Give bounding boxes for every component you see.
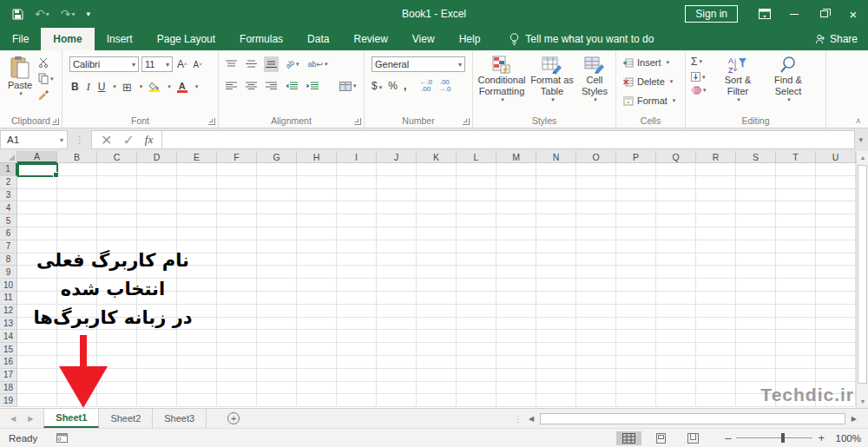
cell-N2[interactable] <box>536 176 576 189</box>
cell-M10[interactable] <box>496 279 536 292</box>
number-format-select[interactable]: General ▾ <box>372 56 465 72</box>
column-header-S[interactable]: S <box>736 151 776 163</box>
cell-S10[interactable] <box>736 279 776 292</box>
cell-B1[interactable] <box>57 163 97 176</box>
cell-S16[interactable] <box>736 356 776 369</box>
cell-Q1[interactable] <box>656 163 696 176</box>
cell-N15[interactable] <box>536 343 576 356</box>
cell-Q16[interactable] <box>656 356 696 369</box>
collapse-ribbon-icon[interactable]: ∧ <box>855 116 861 125</box>
cell-R13[interactable] <box>696 318 736 331</box>
tab-page-layout[interactable]: Page Layout <box>145 28 227 50</box>
cell-C12[interactable] <box>97 305 137 318</box>
name-box[interactable]: A1 ▾ <box>0 130 68 149</box>
cell-N5[interactable] <box>536 214 576 227</box>
align-left-button[interactable] <box>224 78 239 94</box>
cell-K7[interactable] <box>417 240 457 253</box>
cell-S11[interactable] <box>736 292 776 305</box>
bold-button[interactable]: B <box>69 79 81 95</box>
cell-Q7[interactable] <box>656 240 696 253</box>
cell-C5[interactable] <box>97 214 137 227</box>
cell-H15[interactable] <box>297 343 337 356</box>
row-header-12[interactable]: 12 <box>0 305 17 318</box>
cell-B3[interactable] <box>57 189 97 202</box>
tab-home[interactable]: Home <box>41 28 94 50</box>
cell-I18[interactable] <box>337 382 377 395</box>
cell-P13[interactable] <box>616 318 656 331</box>
horizontal-scroll-thumb[interactable] <box>540 413 845 424</box>
cell-F4[interactable] <box>217 201 257 214</box>
cell-I8[interactable] <box>337 253 377 266</box>
cell-O12[interactable] <box>576 305 616 318</box>
cell-L11[interactable] <box>457 292 496 305</box>
cell-F16[interactable] <box>217 356 257 369</box>
cell-N11[interactable] <box>536 292 576 305</box>
cell-K10[interactable] <box>417 279 457 292</box>
cell-G1[interactable] <box>257 163 297 176</box>
cell-N7[interactable] <box>536 240 576 253</box>
cell-F12[interactable] <box>217 305 257 318</box>
font-name-select[interactable]: Calibri ▾ <box>69 56 139 72</box>
cell-D8[interactable] <box>137 253 177 266</box>
middle-align-button[interactable] <box>244 56 259 72</box>
cell-P8[interactable] <box>616 253 656 266</box>
column-header-E[interactable]: E <box>177 151 217 163</box>
cell-E6[interactable] <box>177 227 217 240</box>
cell-L8[interactable] <box>457 253 496 266</box>
scrollbar-resizer[interactable]: ⋮ <box>514 414 523 424</box>
sheet-tab-sheet2[interactable]: Sheet2 <box>99 409 153 428</box>
cell-A19[interactable] <box>17 394 57 407</box>
cell-G14[interactable] <box>257 330 297 343</box>
cell-N9[interactable] <box>536 266 576 279</box>
cell-J18[interactable] <box>377 382 417 395</box>
expand-formula-bar-icon[interactable]: ▾ <box>858 135 863 144</box>
cell-K5[interactable] <box>417 214 457 227</box>
tab-data[interactable]: Data <box>295 28 341 50</box>
tab-review[interactable]: Review <box>341 28 399 50</box>
cell-E5[interactable] <box>177 214 217 227</box>
sort-filter-button[interactable]: AZ Sort & Filter ▾ <box>715 56 760 103</box>
cell-R18[interactable] <box>696 382 736 395</box>
ribbon-display-options-icon[interactable] <box>750 0 779 28</box>
cell-B14[interactable] <box>57 330 97 343</box>
number-dialog-launcher[interactable] <box>463 118 470 125</box>
cell-K6[interactable] <box>417 227 457 240</box>
cell-H9[interactable] <box>297 266 337 279</box>
row-header-11[interactable]: 11 <box>0 292 17 305</box>
cell-A4[interactable] <box>17 201 57 214</box>
cell-U15[interactable] <box>816 343 856 356</box>
cell-I19[interactable] <box>337 394 377 407</box>
cell-G12[interactable] <box>257 305 297 318</box>
cell-T8[interactable] <box>776 253 816 266</box>
cell-L13[interactable] <box>457 318 496 331</box>
font-dialog-launcher[interactable] <box>208 118 215 125</box>
cell-I13[interactable] <box>337 318 377 331</box>
scroll-up-icon[interactable]: ▲ <box>857 151 868 164</box>
cell-N4[interactable] <box>536 201 576 214</box>
cell-S5[interactable] <box>736 214 776 227</box>
cell-N6[interactable] <box>536 227 576 240</box>
cell-P2[interactable] <box>616 176 656 189</box>
cell-A16[interactable] <box>17 356 57 369</box>
column-header-K[interactable]: K <box>417 151 457 163</box>
cell-H5[interactable] <box>297 214 337 227</box>
cell-I16[interactable] <box>337 356 377 369</box>
cell-G11[interactable] <box>257 292 297 305</box>
cell-J4[interactable] <box>377 201 417 214</box>
cell-U17[interactable] <box>816 369 856 382</box>
increase-decimal-button[interactable]: ←.0.00 <box>419 79 432 94</box>
cell-M3[interactable] <box>496 189 536 202</box>
row-header-10[interactable]: 10 <box>0 279 17 292</box>
cell-K9[interactable] <box>417 266 457 279</box>
cell-A2[interactable] <box>17 176 57 189</box>
cell-I5[interactable] <box>337 214 377 227</box>
cell-L9[interactable] <box>457 266 496 279</box>
cell-K8[interactable] <box>417 253 457 266</box>
cell-G4[interactable] <box>257 201 297 214</box>
column-header-I[interactable]: I <box>337 151 377 163</box>
cell-D2[interactable] <box>137 176 177 189</box>
cell-O10[interactable] <box>576 279 616 292</box>
cell-U11[interactable] <box>816 292 856 305</box>
cell-F7[interactable] <box>217 240 257 253</box>
cell-T12[interactable] <box>776 305 816 318</box>
